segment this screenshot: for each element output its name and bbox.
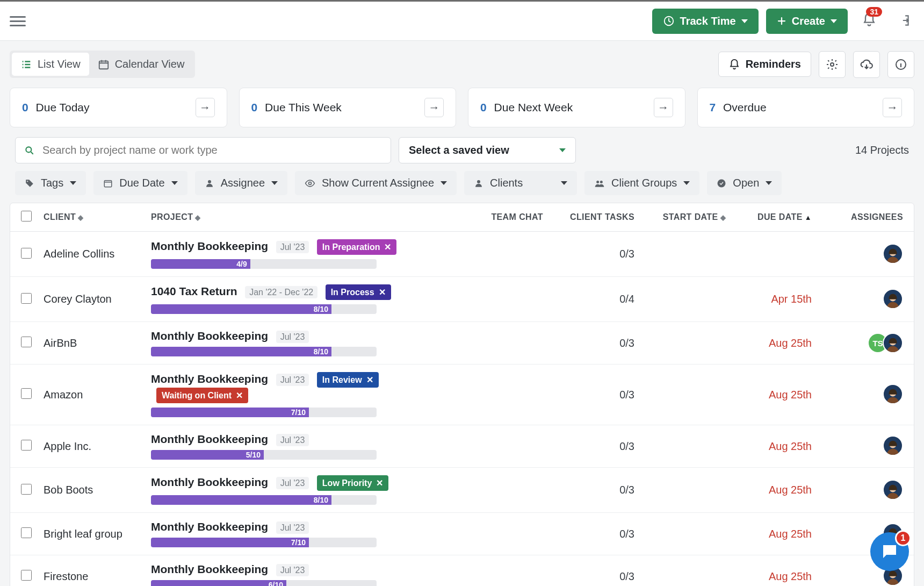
avatar[interactable] [883, 435, 903, 456]
summary-card[interactable]: 0 Due Today → [10, 88, 227, 127]
calendar-view-tab[interactable]: Calendar View [89, 53, 193, 76]
client-name: AirBnB [44, 337, 151, 349]
row-checkbox[interactable] [21, 248, 32, 259]
col-client[interactable]: CLIENT◆ [44, 212, 151, 222]
status-tag[interactable]: Waiting on Client✕ [156, 388, 248, 403]
row-checkbox[interactable] [21, 388, 32, 399]
logout-button[interactable] [894, 10, 914, 32]
due-date: Aug 25th [769, 484, 812, 496]
client-tasks: 0/3 [619, 389, 634, 401]
select-all-checkbox[interactable] [21, 211, 32, 221]
table-row[interactable]: Corey Clayton 1040 Tax Return Jan '22 - … [10, 277, 914, 322]
list-view-tab[interactable]: List View [12, 53, 89, 76]
project-period: Jul '23 [276, 564, 309, 576]
filter-label: Clients [490, 177, 523, 189]
status-tag[interactable]: In Process✕ [326, 284, 391, 300]
arrow-right-icon[interactable]: → [883, 98, 902, 117]
project-title[interactable]: Monthly Bookkeeping [151, 373, 268, 385]
filter-client-groups[interactable]: Client Groups [584, 171, 699, 195]
table-row[interactable]: Bright leaf group Monthly Bookkeeping Ju… [10, 513, 914, 555]
notifications-button[interactable]: 31 [862, 12, 877, 30]
summary-card[interactable]: 0 Due Next Week → [468, 88, 685, 127]
sort-asc-icon: ▲ [805, 213, 812, 221]
summary-card[interactable]: 0 Due This Week → [239, 88, 457, 127]
col-assignees: ASSIGNEES [812, 212, 903, 222]
search-input[interactable] [42, 144, 382, 156]
progress-text: 6/10 [269, 580, 286, 586]
project-title[interactable]: Monthly Bookkeeping [151, 433, 268, 445]
due-date: Aug 25th [769, 528, 812, 540]
row-checkbox[interactable] [21, 570, 32, 581]
card-label: Due Today [36, 101, 90, 113]
svg-point-4 [26, 147, 31, 152]
chat-button[interactable]: 1 [870, 532, 909, 571]
project-title[interactable]: Monthly Bookkeeping [151, 476, 268, 488]
summary-card[interactable]: 7 Overdue → [697, 88, 915, 127]
calendar-view-label: Calendar View [115, 58, 185, 70]
reminders-button[interactable]: Reminders [718, 52, 811, 77]
filter-show-current-assignee[interactable]: Show Current Assignee [295, 171, 457, 195]
avatar[interactable] [883, 333, 903, 353]
project-title[interactable]: Monthly Bookkeeping [151, 240, 268, 252]
status-tag[interactable]: Low Priority✕ [317, 475, 388, 491]
row-checkbox[interactable] [21, 293, 32, 304]
row-checkbox[interactable] [21, 337, 32, 347]
close-icon[interactable]: ✕ [376, 478, 383, 488]
row-checkbox[interactable] [21, 484, 32, 495]
download-button[interactable] [853, 51, 880, 78]
saved-view-select[interactable]: Select a saved view [399, 137, 576, 163]
track-time-label: Track Time [680, 15, 736, 27]
project-title[interactable]: Monthly Bookkeeping [151, 330, 268, 342]
filter-label: Tags [41, 177, 63, 189]
filter-open[interactable]: Open [707, 171, 782, 195]
status-tag[interactable]: In Preparation✕ [317, 239, 397, 255]
calendar-icon [103, 178, 113, 188]
view-toolbar: List View Calendar View Reminders [0, 41, 924, 78]
filter-due-date[interactable]: Due Date [93, 171, 187, 195]
row-checkbox[interactable] [21, 440, 32, 451]
avatar[interactable] [883, 480, 903, 500]
col-start-date[interactable]: START DATE◆ [634, 212, 726, 222]
status-tag[interactable]: In Review✕ [317, 372, 379, 388]
project-title[interactable]: Monthly Bookkeeping [151, 520, 268, 533]
client-tasks: 0/3 [619, 337, 634, 349]
filter-assignee[interactable]: Assignee [195, 171, 287, 195]
arrow-right-icon[interactable]: → [196, 98, 215, 117]
table-row[interactable]: Firestone Monthly Bookkeeping Jul '23 6/… [10, 555, 914, 586]
project-title[interactable]: 1040 Tax Return [151, 285, 237, 297]
avatar[interactable] [883, 289, 903, 309]
table-row[interactable]: Apple Inc. Monthly Bookkeeping Jul '23 5… [10, 425, 914, 468]
progress-text: 8/10 [314, 304, 331, 314]
col-project[interactable]: PROJECT◆ [151, 212, 463, 222]
project-period: Jul '23 [276, 434, 309, 446]
close-icon[interactable]: ✕ [384, 242, 391, 252]
close-icon[interactable]: ✕ [379, 287, 386, 297]
close-icon[interactable]: ✕ [236, 390, 243, 401]
project-title[interactable]: Monthly Bookkeeping [151, 563, 268, 575]
table-row[interactable]: Bob Boots Monthly Bookkeeping Jul '23 Lo… [10, 468, 914, 513]
svg-point-9 [477, 180, 480, 183]
avatar[interactable] [883, 244, 903, 264]
search-box[interactable] [15, 137, 391, 163]
filter-tags[interactable]: Tags [15, 171, 86, 195]
col-due-date[interactable]: DUE DATE▲ [726, 212, 812, 222]
create-button[interactable]: Create [766, 9, 848, 34]
table-row[interactable]: AirBnB Monthly Bookkeeping Jul '23 8/10 … [10, 322, 914, 365]
track-time-button[interactable]: Track Time [652, 9, 759, 34]
menu-icon[interactable] [10, 13, 26, 29]
sort-icon: ◆ [78, 213, 83, 221]
close-icon[interactable]: ✕ [366, 375, 373, 385]
row-checkbox[interactable] [21, 527, 32, 538]
table-row[interactable]: Adeline Collins Monthly Bookkeeping Jul … [10, 232, 914, 277]
settings-button[interactable] [819, 51, 846, 78]
arrow-right-icon[interactable]: → [424, 98, 444, 117]
table-row[interactable]: Amazon Monthly Bookkeeping Jul '23 In Re… [10, 365, 914, 425]
client-name: Firestone [44, 570, 151, 583]
info-button[interactable] [887, 51, 914, 78]
arrow-right-icon[interactable]: → [654, 98, 673, 117]
filter-clients[interactable]: Clients [464, 171, 577, 195]
project-count: 14 Projects [855, 144, 909, 156]
card-count: 0 [251, 101, 258, 113]
project-period: Jul '23 [276, 477, 309, 489]
avatar[interactable] [883, 384, 903, 404]
